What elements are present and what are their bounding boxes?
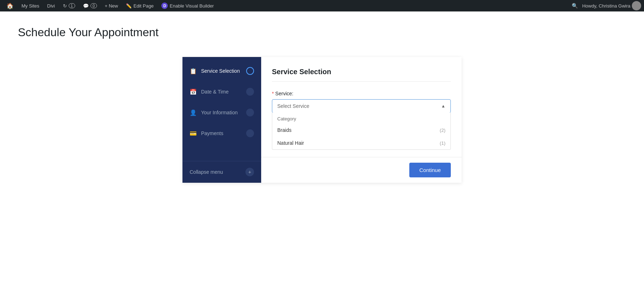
sidebar-item-service-selection[interactable]: 📋 Service Selection <box>182 61 261 81</box>
your-information-icon: 👤 <box>190 109 197 116</box>
chevron-up-icon: ▲ <box>441 104 445 109</box>
wp-logo[interactable]: 🏠 <box>3 0 17 11</box>
payments-circle <box>246 129 254 137</box>
sidebar-item-date-time-label: Date & Time <box>201 89 242 95</box>
sidebar: 📋 Service Selection 📅 Date & Time 👤 Your… <box>182 57 261 183</box>
edit-page-button[interactable]: ✏️ Edit Page <box>122 0 157 11</box>
sidebar-item-your-information[interactable]: 👤 Your Information <box>182 102 261 123</box>
panel-footer: Continue <box>261 157 462 183</box>
page-title: Schedule Your Appointment <box>18 26 626 39</box>
panel-title: Service Selection <box>272 68 451 82</box>
sidebar-item-payments-label: Payments <box>201 130 242 136</box>
dropdown-option-natural-hair[interactable]: Natural Hair (1) <box>272 137 450 149</box>
dropdown-list: Category Braids (2) Natural Hair (1) <box>272 113 451 150</box>
collapse-menu-label: Collapse menu <box>190 169 223 175</box>
comments-link[interactable]: 💬 0 <box>79 0 101 11</box>
sidebar-item-date-time[interactable]: 📅 Date & Time <box>182 81 261 102</box>
panel-content: Service Selection * Service: Select Serv… <box>261 57 462 157</box>
comments-count: 0 <box>91 3 97 8</box>
your-information-circle <box>246 109 254 116</box>
collapse-menu-button[interactable]: Collapse menu + <box>182 161 261 183</box>
service-field-label: * Service: <box>272 91 451 96</box>
sidebar-item-your-information-label: Your Information <box>201 110 242 115</box>
service-field: * Service: Select Service ▲ Category Bra… <box>272 91 451 150</box>
main-content: Schedule Your Appointment 📋 Service Sele… <box>0 11 644 301</box>
updates-icon: ↻ <box>63 3 67 9</box>
admin-bar: 🏠 My Sites Divi ↻ 1 💬 0 + New ✏️ Edit Pa… <box>0 0 644 11</box>
edit-icon: ✏️ <box>126 3 132 9</box>
service-selection-icon: 📋 <box>190 68 197 75</box>
sidebar-items: 📋 Service Selection 📅 Date & Time 👤 Your… <box>182 57 261 161</box>
divi-letter: D <box>161 3 168 9</box>
my-sites-link[interactable]: My Sites <box>18 0 43 11</box>
main-panel: Service Selection * Service: Select Serv… <box>261 57 462 183</box>
updates-count: 1 <box>69 3 75 8</box>
dropdown-option-braids-label: Braids <box>277 127 292 133</box>
continue-button[interactable]: Continue <box>409 163 451 177</box>
visual-builder-button[interactable]: D Enable Visual Builder <box>158 0 217 11</box>
select-placeholder: Select Service <box>277 103 309 109</box>
new-button[interactable]: + New <box>101 0 122 11</box>
divi-label: Divi <box>47 3 55 9</box>
search-icon[interactable]: 🔍 <box>569 3 581 9</box>
my-sites-label: My Sites <box>21 3 39 9</box>
sidebar-item-payments[interactable]: 💳 Payments <box>182 123 261 144</box>
appointment-widget: 📋 Service Selection 📅 Date & Time 👤 Your… <box>182 57 462 183</box>
avatar <box>632 1 641 10</box>
sidebar-item-service-selection-label: Service Selection <box>201 68 242 74</box>
updates-link[interactable]: ↻ 1 <box>59 0 79 11</box>
dropdown-category-label: Category <box>272 113 450 124</box>
wp-icon: 🏠 <box>6 3 14 9</box>
comments-icon: 💬 <box>83 3 89 9</box>
payments-icon: 💳 <box>190 130 197 137</box>
collapse-icon: + <box>245 168 254 176</box>
howdy-label: Howdy, Christina Gwira <box>582 3 630 9</box>
date-time-icon: 📅 <box>190 89 197 95</box>
dropdown-option-braids[interactable]: Braids (2) <box>272 124 450 137</box>
edit-page-label: Edit Page <box>133 3 153 9</box>
select-wrapper: Select Service ▲ Category Braids (2) Nat… <box>272 99 451 150</box>
new-label: + New <box>105 3 118 9</box>
date-time-circle <box>246 88 254 96</box>
visual-builder-label: Enable Visual Builder <box>170 3 214 9</box>
dropdown-option-natural-hair-label: Natural Hair <box>277 140 304 146</box>
dropdown-option-natural-hair-count: (1) <box>440 140 445 146</box>
dropdown-option-braids-count: (2) <box>440 128 445 133</box>
divi-link[interactable]: Divi <box>44 0 59 11</box>
service-selection-circle <box>246 67 254 75</box>
service-select[interactable]: Select Service ▲ <box>272 99 451 113</box>
